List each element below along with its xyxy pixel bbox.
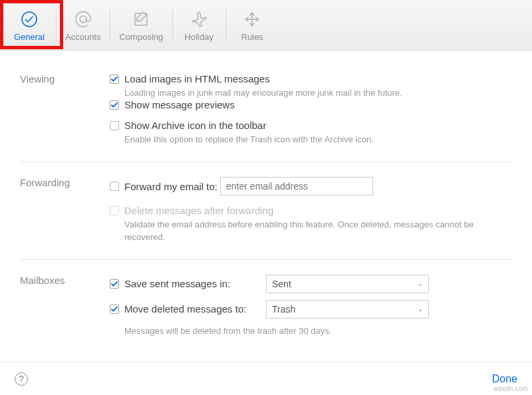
option-load-images: Load images in HTML messages xyxy=(110,73,512,84)
preferences-content: Viewing Load images in HTML messages Loa… xyxy=(0,51,532,362)
tab-accounts[interactable]: Accounts xyxy=(56,0,110,50)
footer-bar: ? Done xyxy=(0,362,532,395)
option-desc: Validate the email address before enabli… xyxy=(124,219,497,243)
chevron-down-icon: ⌄ xyxy=(418,305,423,313)
select-sent-mailbox[interactable]: Sent ⌄ xyxy=(266,275,429,293)
section-mailboxes: Mailboxes Save sent messages in: Sent ⌄ xyxy=(20,260,512,344)
svg-point-1 xyxy=(80,16,86,23)
section-body: Save sent messages in: Sent ⌄ Move delet… xyxy=(110,275,512,337)
forward-email-input[interactable] xyxy=(220,177,373,196)
tab-rules[interactable]: Rules xyxy=(225,0,279,50)
option-forward: Forward my email to: xyxy=(110,177,512,196)
compose-icon xyxy=(131,9,151,29)
checkbox-forward[interactable] xyxy=(110,182,119,191)
option-delete-after: Delete messages after forwarding xyxy=(110,205,512,216)
checkbox-label: Show Archive icon in the toolbar xyxy=(124,120,266,131)
section-body: Load images in HTML messages Loading ima… xyxy=(110,73,512,146)
option-move-deleted: Move deleted messages to: Trash ⌄ xyxy=(110,300,512,319)
tab-label: General xyxy=(14,32,45,42)
checkbox-load-images[interactable] xyxy=(110,74,119,84)
help-button[interactable]: ? xyxy=(15,372,28,386)
checkbox-label: Save sent messages in: xyxy=(124,278,230,289)
plane-icon xyxy=(189,9,209,29)
checkbox-archive[interactable] xyxy=(110,121,119,130)
tab-label: Rules xyxy=(241,32,263,42)
section-forwarding: Forwarding Forward my email to: Delete m… xyxy=(20,162,512,259)
check-circle-icon xyxy=(19,9,39,29)
tab-label: Composing xyxy=(119,32,163,42)
section-title: Forwarding xyxy=(20,177,110,243)
watermark: wsxdn.com xyxy=(493,385,528,392)
checkbox-move-deleted[interactable] xyxy=(110,305,119,314)
svg-point-0 xyxy=(22,12,37,27)
select-trash-mailbox[interactable]: Trash ⌄ xyxy=(266,300,429,319)
checkbox-previews[interactable] xyxy=(110,100,119,110)
option-desc: Loading images in junk mail may encourag… xyxy=(124,87,497,99)
section-title: Viewing xyxy=(20,73,110,146)
tab-holiday[interactable]: Holiday xyxy=(172,0,225,50)
option-desc: Enable this option to replace the Trash … xyxy=(124,134,497,146)
at-icon xyxy=(73,9,93,29)
checkbox-label: Load images in HTML messages xyxy=(124,73,270,84)
option-desc: Messages will be deleted from the trash … xyxy=(124,325,497,337)
section-title: Mailboxes xyxy=(20,275,110,337)
chevron-down-icon: ⌄ xyxy=(418,280,423,287)
preferences-toolbar: General Accounts Composing Holiday Rules xyxy=(0,0,532,51)
tab-composing[interactable]: Composing xyxy=(110,0,172,50)
checkbox-delete-after[interactable] xyxy=(110,206,119,215)
option-save-sent: Save sent messages in: Sent ⌄ xyxy=(110,275,512,293)
option-previews: Show message previews xyxy=(110,99,512,110)
section-viewing: Viewing Load images in HTML messages Loa… xyxy=(20,60,512,162)
checkbox-label: Delete messages after forwarding xyxy=(124,205,273,216)
arrows-icon xyxy=(242,9,262,29)
done-button[interactable]: Done xyxy=(492,373,517,385)
tab-label: Holiday xyxy=(185,32,213,42)
checkbox-label: Move deleted messages to: xyxy=(124,303,246,315)
question-icon: ? xyxy=(19,374,23,384)
section-body: Forward my email to: Delete messages aft… xyxy=(110,177,512,243)
tab-general[interactable]: General xyxy=(3,0,56,50)
option-archive: Show Archive icon in the toolbar xyxy=(110,120,512,131)
select-value: Sent xyxy=(272,279,291,289)
checkbox-save-sent[interactable] xyxy=(110,279,119,289)
tab-label: Accounts xyxy=(65,32,100,42)
checkbox-label: Forward my email to: xyxy=(124,181,217,192)
select-value: Trash xyxy=(272,304,295,315)
checkbox-label: Show message previews xyxy=(124,99,235,110)
